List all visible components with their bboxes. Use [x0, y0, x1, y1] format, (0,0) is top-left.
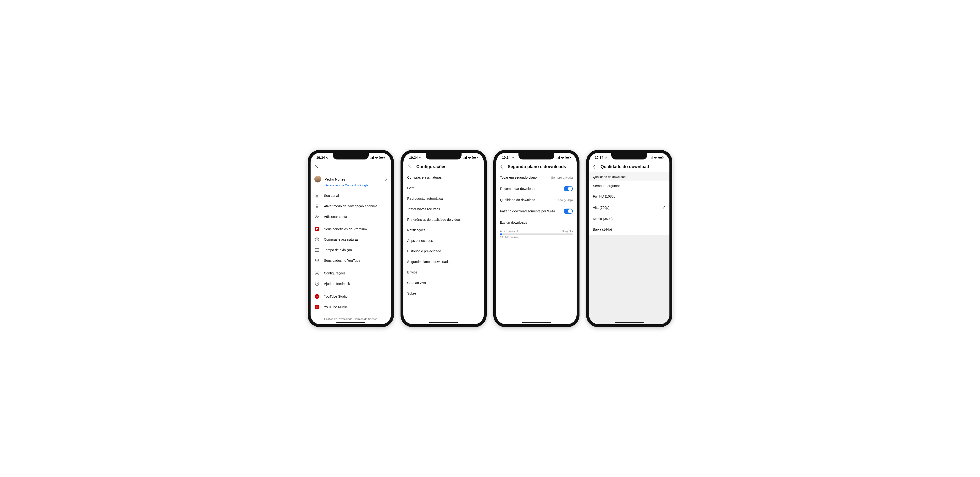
add-account-icon: [314, 214, 320, 219]
incognito-icon: [314, 204, 320, 209]
settings-row[interactable]: Preferências de qualidade de vídeo: [403, 214, 484, 225]
page-title: Configurações: [416, 164, 447, 169]
quality-option-label: Média (360p): [593, 217, 613, 221]
dollar-icon: [314, 237, 320, 242]
quality-option[interactable]: Sempre perguntar: [589, 180, 670, 191]
svg-marker-19: [317, 306, 318, 308]
menu-label: Adicionar conta: [324, 215, 347, 219]
menu-help[interactable]: Ajuda e feedback: [310, 279, 391, 289]
screen-quality: 10:34 Qualidade do download Qualidade do…: [589, 153, 670, 324]
row-label: Excluir downloads: [500, 220, 527, 224]
svg-rect-35: [649, 157, 650, 159]
page-title: Qualidade do download: [601, 164, 649, 169]
menu-watch-time[interactable]: Tempo de exibição: [310, 245, 391, 255]
menu-label: Ativar modo de navegação anônima: [324, 204, 377, 208]
notch: [611, 153, 647, 160]
settings-row[interactable]: Geral: [403, 183, 484, 193]
svg-rect-0: [370, 158, 371, 159]
row-recommend-downloads[interactable]: Recomendar downloads: [496, 183, 577, 195]
phone-frame: 10:34 Qualidade do download Qualidade do…: [586, 150, 672, 327]
row-background-play[interactable]: Tocar em segundo plano Sempre ativada: [496, 172, 577, 183]
svg-rect-29: [558, 156, 558, 159]
music-icon: [314, 305, 320, 309]
storage-fill: [500, 233, 502, 235]
privacy-link[interactable]: Política de Privacidade: [324, 317, 352, 321]
svg-rect-20: [463, 158, 464, 159]
header: Configurações: [403, 162, 484, 172]
avatar: [314, 176, 321, 182]
home-indicator[interactable]: [336, 322, 365, 323]
svg-rect-28: [557, 157, 557, 159]
settings-row[interactable]: Chat ao vivo: [403, 278, 484, 288]
menu-youtube-music[interactable]: YouTube Music: [310, 302, 391, 312]
menu-label: Compras e assinaturas: [324, 238, 358, 241]
row-download-quality[interactable]: Qualidade do download Alta (720p): [496, 195, 577, 205]
close-icon[interactable]: [407, 164, 412, 169]
row-wifi-only[interactable]: Fazer o download somente por Wi-Fi: [496, 205, 577, 217]
settings-row[interactable]: Sobre: [403, 288, 484, 298]
notch: [333, 153, 369, 160]
menu-purchases[interactable]: Compras e assinaturas: [310, 234, 391, 245]
menu-add-account[interactable]: Adicionar conta: [310, 211, 391, 222]
back-icon[interactable]: [500, 164, 503, 169]
storage-section: Armazenamento 5 GB grátis 139 MB em uso: [496, 228, 577, 241]
settings-row[interactable]: Testar novos recursos: [403, 204, 484, 214]
quality-option[interactable]: Full HD (1080p): [589, 191, 670, 202]
svg-point-15: [317, 273, 318, 274]
toggle-recommend[interactable]: [564, 186, 573, 191]
settings-row[interactable]: Reprodução automática: [403, 193, 484, 204]
downloads-content: Tocar em segundo plano Sempre ativada Re…: [496, 172, 577, 324]
phone-frame: 10:34 Configurações Compras e assinatura…: [401, 150, 487, 327]
menu-settings[interactable]: Configurações: [310, 268, 391, 279]
svg-rect-23: [466, 156, 467, 159]
toggle-wifi[interactable]: [564, 209, 573, 214]
svg-point-11: [316, 215, 317, 217]
status-time: 10:34: [409, 156, 418, 160]
menu-label: Seu canal: [324, 194, 339, 198]
row-delete-downloads[interactable]: Excluir downloads: [496, 217, 577, 228]
wifi-icon: [375, 156, 379, 159]
svg-rect-3: [373, 156, 374, 159]
row-value: Sempre ativada: [551, 176, 573, 179]
quality-option[interactable]: Alta (720p)✓: [589, 202, 670, 214]
chevron-right-icon: [385, 177, 387, 181]
row-value: Alta (720p): [557, 198, 573, 202]
wifi-icon: [468, 156, 471, 159]
settings-row[interactable]: Segundo plano e downloads: [403, 257, 484, 267]
content: Pedro Nunes Gerenciar sua Conta do Googl…: [310, 172, 391, 324]
account-row[interactable]: Pedro Nunes: [310, 173, 391, 183]
menu-label: Seus dados no YouTube: [324, 258, 360, 262]
terms-link[interactable]: Termos de Serviço: [355, 317, 377, 321]
quality-content: Qualidade do download Sempre perguntarFu…: [589, 172, 670, 324]
settings-row[interactable]: Apps conectados: [403, 235, 484, 246]
home-indicator[interactable]: [522, 322, 551, 323]
battery-icon: [565, 156, 571, 159]
menu-incognito[interactable]: Ativar modo de navegação anônima: [310, 201, 391, 211]
menu-youtube-studio[interactable]: YouTube Studio: [310, 291, 391, 302]
quality-option[interactable]: Média (360p): [589, 214, 670, 224]
settings-row[interactable]: Notificações: [403, 225, 484, 235]
header: Segundo plano e downloads: [496, 162, 577, 172]
back-icon[interactable]: [593, 164, 596, 169]
home-indicator[interactable]: [429, 322, 458, 323]
shield-icon: [314, 258, 320, 263]
settings-row[interactable]: Histórico e privacidade: [403, 246, 484, 257]
close-icon[interactable]: [314, 164, 319, 169]
settings-row[interactable]: Envios: [403, 267, 484, 278]
quality-option-label: Baixa (144p): [593, 228, 612, 231]
manage-account-link[interactable]: Gerenciar sua Conta do Google: [310, 183, 391, 190]
svg-rect-26: [477, 157, 478, 158]
cellular-icon: [370, 156, 374, 159]
home-indicator[interactable]: [615, 322, 644, 323]
settings-row[interactable]: Compras e assinaturas: [403, 172, 484, 183]
menu-your-channel[interactable]: Seu canal: [310, 190, 391, 201]
storage-label: Armazenamento: [500, 230, 519, 233]
row-label: Tocar em segundo plano: [500, 175, 537, 179]
wifi-icon: [654, 156, 657, 159]
quality-option[interactable]: Baixa (144p): [589, 224, 670, 235]
quality-options: Sempre perguntarFull HD (1080p)Alta (720…: [589, 180, 670, 235]
menu-premium[interactable]: P Seus benefícios do Premium: [310, 224, 391, 234]
svg-rect-1: [371, 157, 372, 159]
menu-your-data[interactable]: Seus dados no YouTube: [310, 255, 391, 266]
notch: [426, 153, 461, 160]
